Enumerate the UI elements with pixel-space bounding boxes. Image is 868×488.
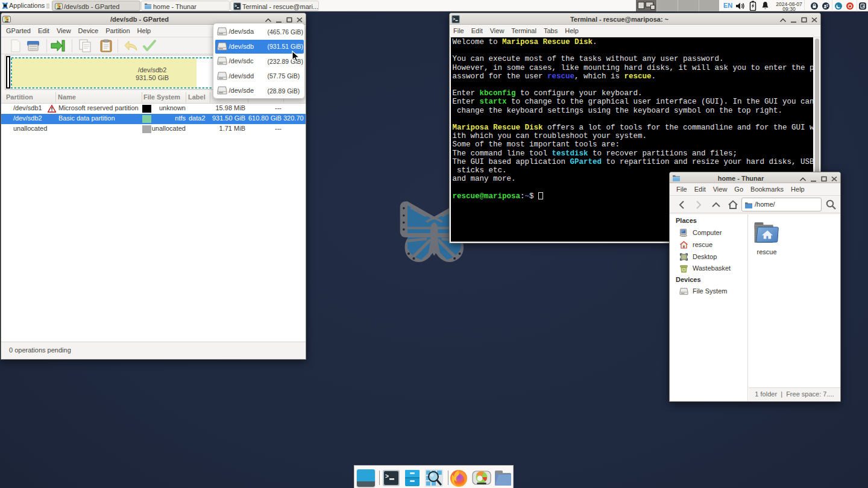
svg-text:>: > xyxy=(234,4,237,8)
svg-text:>: > xyxy=(453,17,455,22)
svg-text:>: > xyxy=(385,474,389,480)
